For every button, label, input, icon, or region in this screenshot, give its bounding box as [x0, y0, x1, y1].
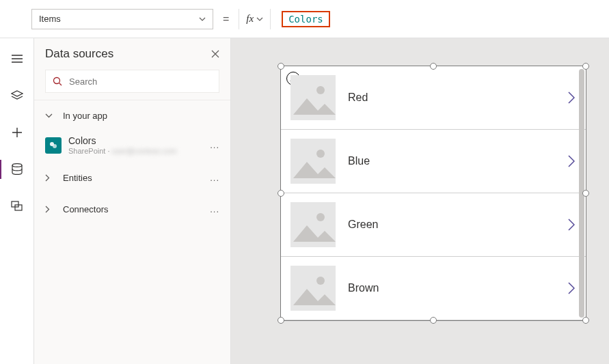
chevron-right-icon: [45, 206, 55, 213]
gallery-item[interactable]: Blue: [281, 130, 586, 193]
chevron-down-icon: [199, 17, 206, 21]
rail-hamburger[interactable]: [0, 48, 34, 70]
svg-point-13: [316, 277, 325, 285]
section-label: Entities: [63, 173, 92, 183]
datasource-name: Colors: [68, 135, 177, 147]
layers-icon: [11, 90, 23, 101]
section-connectors[interactable]: Connectors ...: [34, 194, 230, 225]
item-label: Blue: [348, 155, 556, 167]
formula-token: Colors: [282, 11, 330, 27]
chevron-right-icon: [45, 174, 55, 182]
selection-handle[interactable]: [430, 317, 437, 324]
svg-point-11: [316, 213, 325, 221]
datasource-item-colors[interactable]: Colors SharePoint · user@contoso.com ...: [34, 131, 230, 163]
selection-handle[interactable]: [430, 63, 437, 70]
selection-handle[interactable]: [278, 190, 284, 197]
rail-insert[interactable]: [0, 122, 34, 143]
svg-point-5: [53, 144, 57, 148]
gallery-item[interactable]: Brown: [281, 257, 586, 320]
more-icon[interactable]: ...: [210, 173, 219, 183]
gallery-control[interactable]: Red Blue: [280, 66, 586, 321]
section-entities[interactable]: Entities ...: [34, 163, 230, 194]
chevron-right-icon[interactable]: [568, 219, 575, 231]
selection-handle[interactable]: [582, 63, 589, 70]
section-label: In your app: [63, 111, 107, 121]
section-label: Connectors: [63, 204, 108, 214]
fx-dropdown[interactable]: fx: [239, 9, 271, 29]
design-canvas[interactable]: Red Blue: [231, 38, 609, 364]
search-icon: [53, 76, 62, 86]
chevron-right-icon[interactable]: [568, 155, 575, 167]
media-icon: [11, 201, 23, 212]
image-placeholder-icon: [290, 75, 336, 120]
more-icon[interactable]: ...: [210, 204, 219, 214]
item-label: Brown: [348, 282, 556, 294]
rail-tree-view[interactable]: [0, 85, 34, 107]
search-input[interactable]: [68, 76, 212, 87]
chevron-right-icon[interactable]: [568, 282, 575, 294]
artboard: Red Blue: [280, 66, 586, 321]
item-label: Red: [348, 92, 556, 104]
image-placeholder-icon: [290, 139, 336, 184]
svg-point-7: [316, 86, 325, 94]
equals-sign: =: [223, 13, 229, 25]
sharepoint-icon: [45, 137, 62, 154]
formula-input[interactable]: Colors: [278, 9, 604, 29]
panel-title: Data sources: [45, 47, 113, 61]
chevron-down-icon: [45, 113, 55, 118]
formula-bar: Items = fx Colors: [0, 0, 609, 38]
datasource-subtitle: SharePoint · user@contoso.com: [68, 147, 177, 156]
data-sources-panel: Data sources In your app: [34, 38, 231, 364]
selection-handle[interactable]: [278, 63, 284, 70]
fx-label: fx: [246, 13, 254, 25]
search-box[interactable]: [45, 70, 219, 93]
selection-handle[interactable]: [278, 317, 284, 324]
hamburger-icon: [12, 55, 23, 63]
svg-point-3: [54, 78, 60, 84]
selection-handle[interactable]: [582, 190, 589, 197]
chevron-right-icon[interactable]: [568, 92, 575, 104]
chevron-down-icon: [256, 17, 263, 21]
more-icon[interactable]: ...: [210, 140, 219, 150]
svg-point-0: [12, 164, 22, 167]
gallery-item[interactable]: Green: [281, 193, 586, 257]
svg-point-9: [316, 150, 325, 158]
data-icon: [12, 163, 23, 176]
property-dropdown[interactable]: Items: [31, 9, 213, 29]
plus-icon: [12, 128, 22, 137]
property-label: Items: [39, 14, 61, 24]
selection-handle[interactable]: [582, 317, 589, 324]
close-icon[interactable]: [211, 50, 219, 58]
item-label: Green: [348, 219, 556, 231]
rail-data[interactable]: [0, 158, 34, 180]
image-placeholder-icon: [290, 202, 336, 247]
section-in-your-app[interactable]: In your app: [34, 100, 230, 131]
rail-media[interactable]: [0, 195, 34, 217]
gallery-item[interactable]: Red: [281, 66, 586, 130]
image-placeholder-icon: [290, 266, 336, 311]
left-rail: [0, 38, 34, 364]
